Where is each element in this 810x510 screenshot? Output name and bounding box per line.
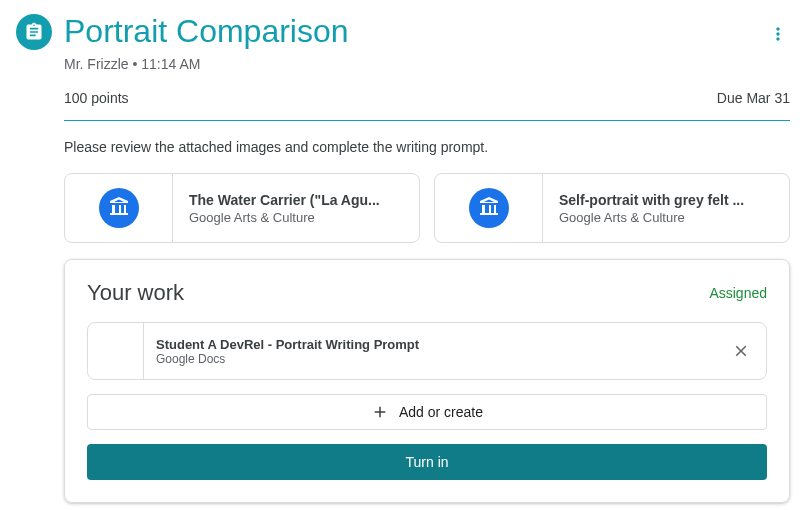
add-or-create-button[interactable]: Add or create <box>87 394 767 430</box>
due-date: Due Mar 31 <box>717 90 790 106</box>
work-file-title: Student A DevRel - Portrait Writing Prom… <box>156 337 704 352</box>
attachment-source: Google Arts & Culture <box>189 210 403 225</box>
work-file-source: Google Docs <box>156 352 704 366</box>
arts-culture-icon <box>99 188 139 228</box>
assignment-status: Assigned <box>709 285 767 301</box>
attachment-card[interactable]: Self-portrait with grey felt ... Google … <box>434 173 790 243</box>
remove-file-button[interactable] <box>716 330 766 372</box>
assignment-icon <box>16 14 52 50</box>
attachment-thumbnail <box>65 174 173 242</box>
assignment-meta: Mr. Frizzle • 11:14 AM <box>64 56 790 72</box>
add-button-label: Add or create <box>399 404 483 420</box>
arts-culture-icon <box>469 188 509 228</box>
work-file-item[interactable]: Student A DevRel - Portrait Writing Prom… <box>87 322 767 380</box>
assignment-title: Portrait Comparison <box>64 12 349 50</box>
more-vert-icon <box>768 24 788 44</box>
attachment-title: The Water Carrier ("La Agu... <box>189 192 403 208</box>
attachment-thumbnail <box>435 174 543 242</box>
close-icon <box>732 342 750 360</box>
turn-in-button[interactable]: Turn in <box>87 444 767 480</box>
your-work-card: Your work Assigned Student A DevRel - Po… <box>64 259 790 503</box>
plus-icon <box>371 403 389 421</box>
teacher-name: Mr. Frizzle <box>64 56 129 72</box>
more-options-button[interactable] <box>760 16 796 52</box>
attachment-card[interactable]: The Water Carrier ("La Agu... Google Art… <box>64 173 420 243</box>
attachment-source: Google Arts & Culture <box>559 210 773 225</box>
work-file-thumbnail <box>88 323 144 379</box>
attachment-title: Self-portrait with grey felt ... <box>559 192 773 208</box>
your-work-heading: Your work <box>87 280 184 306</box>
points-label: 100 points <box>64 90 129 106</box>
assignment-description: Please review the attached images and co… <box>64 139 790 155</box>
post-time: 11:14 AM <box>141 56 200 72</box>
